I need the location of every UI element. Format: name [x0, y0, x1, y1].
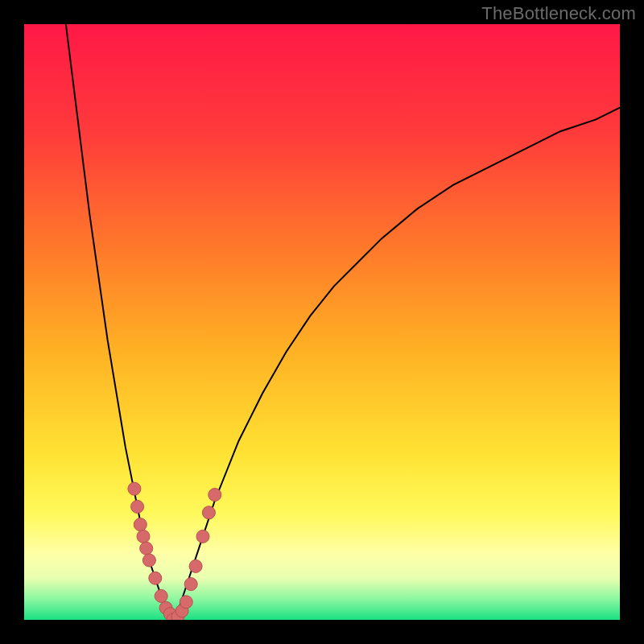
data-marker [189, 559, 202, 572]
data-marker [208, 489, 221, 502]
chart-svg [24, 24, 620, 620]
data-marker [142, 554, 155, 567]
gradient-background [24, 24, 620, 620]
data-marker [180, 596, 192, 609]
plot-area [24, 24, 620, 620]
data-marker [131, 500, 144, 513]
data-marker [155, 589, 167, 602]
data-marker [196, 530, 209, 543]
data-marker [202, 506, 215, 519]
data-marker [137, 530, 150, 543]
data-marker [149, 572, 162, 584]
data-marker [134, 518, 147, 531]
data-marker [140, 542, 153, 555]
data-marker [184, 578, 197, 591]
watermark-text: TheBottleneck.com [481, 3, 636, 24]
data-marker [128, 482, 141, 495]
outer-frame: TheBottleneck.com [0, 0, 644, 644]
